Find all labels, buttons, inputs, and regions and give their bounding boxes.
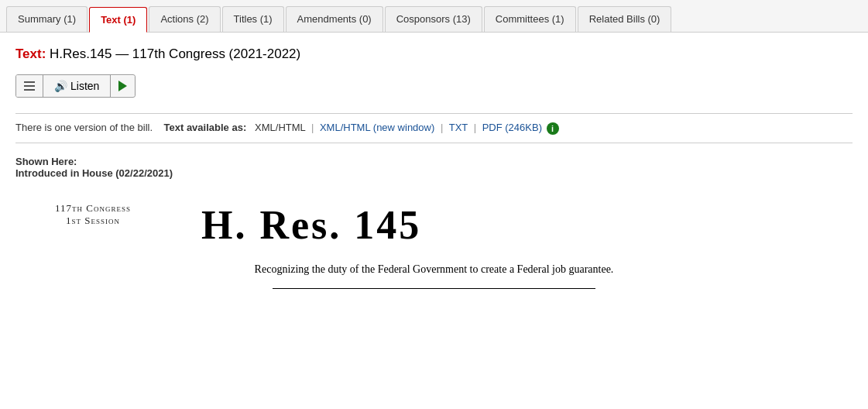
tab-committees[interactable]: Committees (1) [484,6,576,32]
bill-number-large: H. Res. 145 [201,202,421,248]
available-label: Text available as: [164,122,247,133]
separator-2: | [441,122,443,133]
tab-text[interactable]: Text (1) [89,7,147,33]
tab-bar: Summary (1) Text (1) Actions (2) Titles … [0,0,868,33]
listen-button[interactable]: 🔊 Listen [43,75,111,97]
separator-3: | [474,122,476,133]
info-icon[interactable]: i [547,122,559,135]
speaker-icon: 🔊 [54,80,67,92]
bill-document: 117th Congress 1st Session H. Res. 145 R… [15,194,853,297]
play-button[interactable] [111,76,135,96]
xml-html-new-link[interactable]: XML/HTML (new window) [320,122,434,133]
shown-here-label: Shown Here: [15,156,853,167]
congress-number: 117th Congress [31,202,155,215]
bill-description: Recognizing the duty of the Federal Gove… [31,263,837,276]
shown-here: Shown Here: Introduced in House (02/22/2… [15,156,853,179]
tab-actions[interactable]: Actions (2) [149,6,220,32]
pdf-link[interactable]: PDF (246KB) [482,122,542,133]
separator-1: | [311,122,314,133]
tab-summary[interactable]: Summary (1) [6,6,87,32]
txt-link[interactable]: TXT [449,122,468,133]
congress-info: 117th Congress 1st Session [31,202,155,227]
main-content: Text: H.Res.145 — 117th Congress (2021-2… [0,33,868,311]
bill-divider [273,288,595,289]
tab-related-bills[interactable]: Related Bills (0) [578,6,672,32]
bill-title-label: Text: [15,46,46,61]
version-bar: There is one version of the bill. Text a… [15,113,853,143]
menu-button[interactable] [16,75,43,97]
bill-title-text: H.Res.145 — 117th Congress (2021-2022) [50,46,300,61]
play-icon [118,81,127,91]
version-prefix: There is one version of the bill. [15,122,153,133]
bill-title: Text: H.Res.145 — 117th Congress (2021-2… [15,46,853,62]
bill-header: 117th Congress 1st Session H. Res. 145 [31,202,837,248]
tab-cosponsors[interactable]: Cosponsors (13) [385,6,482,32]
audio-controls: 🔊 Listen [15,74,136,98]
xml-html-text: XML/HTML [255,122,305,133]
tab-titles[interactable]: Titles (1) [222,6,284,32]
hamburger-icon [24,80,35,92]
session-label: 1st Session [31,215,155,227]
introduced-label: Introduced in House (02/22/2021) [15,167,853,179]
listen-label: Listen [70,80,99,92]
tab-amendments[interactable]: Amendments (0) [286,6,383,32]
